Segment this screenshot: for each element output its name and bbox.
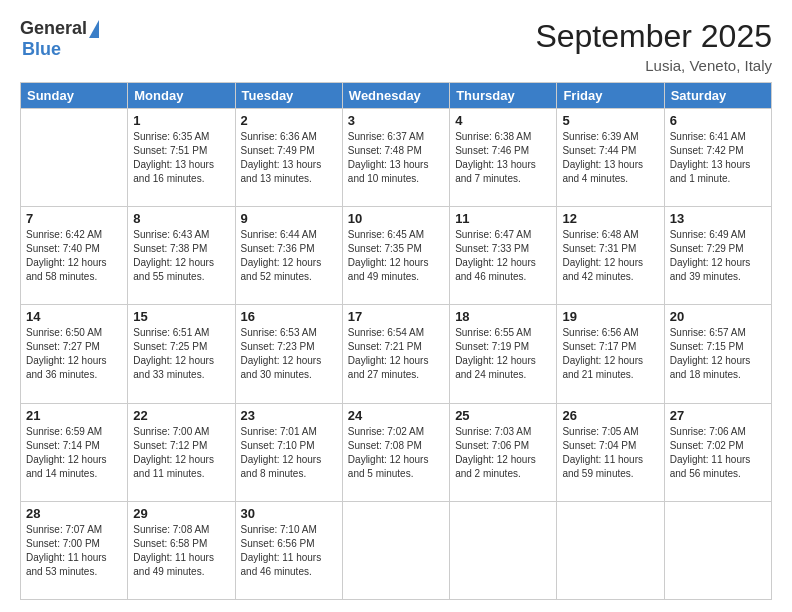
logo-triangle-icon — [89, 20, 99, 38]
day-number: 5 — [562, 113, 658, 128]
day-info: Sunrise: 7:03 AMSunset: 7:06 PMDaylight:… — [455, 425, 551, 481]
day-info: Sunrise: 7:10 AMSunset: 6:56 PMDaylight:… — [241, 523, 337, 579]
day-info: Sunrise: 7:00 AMSunset: 7:12 PMDaylight:… — [133, 425, 229, 481]
week-row-2: 7Sunrise: 6:42 AMSunset: 7:40 PMDaylight… — [21, 207, 772, 305]
day-info: Sunrise: 7:01 AMSunset: 7:10 PMDaylight:… — [241, 425, 337, 481]
day-cell: 9Sunrise: 6:44 AMSunset: 7:36 PMDaylight… — [235, 207, 342, 305]
day-info: Sunrise: 6:45 AMSunset: 7:35 PMDaylight:… — [348, 228, 444, 284]
week-row-3: 14Sunrise: 6:50 AMSunset: 7:27 PMDayligh… — [21, 305, 772, 403]
day-cell: 4Sunrise: 6:38 AMSunset: 7:46 PMDaylight… — [450, 109, 557, 207]
day-cell: 11Sunrise: 6:47 AMSunset: 7:33 PMDayligh… — [450, 207, 557, 305]
page-title: September 2025 — [535, 18, 772, 55]
day-cell: 2Sunrise: 6:36 AMSunset: 7:49 PMDaylight… — [235, 109, 342, 207]
day-info: Sunrise: 6:36 AMSunset: 7:49 PMDaylight:… — [241, 130, 337, 186]
day-info: Sunrise: 6:48 AMSunset: 7:31 PMDaylight:… — [562, 228, 658, 284]
day-number: 30 — [241, 506, 337, 521]
day-info: Sunrise: 6:39 AMSunset: 7:44 PMDaylight:… — [562, 130, 658, 186]
day-number: 18 — [455, 309, 551, 324]
day-number: 13 — [670, 211, 766, 226]
day-number: 4 — [455, 113, 551, 128]
week-row-5: 28Sunrise: 7:07 AMSunset: 7:00 PMDayligh… — [21, 501, 772, 599]
day-number: 24 — [348, 408, 444, 423]
day-number: 16 — [241, 309, 337, 324]
day-cell: 20Sunrise: 6:57 AMSunset: 7:15 PMDayligh… — [664, 305, 771, 403]
calendar: SundayMondayTuesdayWednesdayThursdayFrid… — [20, 82, 772, 600]
day-number: 27 — [670, 408, 766, 423]
day-number: 17 — [348, 309, 444, 324]
day-number: 25 — [455, 408, 551, 423]
day-info: Sunrise: 6:41 AMSunset: 7:42 PMDaylight:… — [670, 130, 766, 186]
day-number: 26 — [562, 408, 658, 423]
day-number: 29 — [133, 506, 229, 521]
weekday-header-thursday: Thursday — [450, 83, 557, 109]
weekday-header-row: SundayMondayTuesdayWednesdayThursdayFrid… — [21, 83, 772, 109]
day-info: Sunrise: 6:42 AMSunset: 7:40 PMDaylight:… — [26, 228, 122, 284]
page: General Blue September 2025 Lusia, Venet… — [0, 0, 792, 612]
day-number: 3 — [348, 113, 444, 128]
day-number: 10 — [348, 211, 444, 226]
day-info: Sunrise: 6:44 AMSunset: 7:36 PMDaylight:… — [241, 228, 337, 284]
day-cell: 12Sunrise: 6:48 AMSunset: 7:31 PMDayligh… — [557, 207, 664, 305]
day-cell: 24Sunrise: 7:02 AMSunset: 7:08 PMDayligh… — [342, 403, 449, 501]
day-info: Sunrise: 6:56 AMSunset: 7:17 PMDaylight:… — [562, 326, 658, 382]
day-cell: 13Sunrise: 6:49 AMSunset: 7:29 PMDayligh… — [664, 207, 771, 305]
day-info: Sunrise: 6:50 AMSunset: 7:27 PMDaylight:… — [26, 326, 122, 382]
day-number: 8 — [133, 211, 229, 226]
page-subtitle: Lusia, Veneto, Italy — [535, 57, 772, 74]
weekday-header-wednesday: Wednesday — [342, 83, 449, 109]
day-info: Sunrise: 6:49 AMSunset: 7:29 PMDaylight:… — [670, 228, 766, 284]
day-info: Sunrise: 6:54 AMSunset: 7:21 PMDaylight:… — [348, 326, 444, 382]
day-number: 11 — [455, 211, 551, 226]
day-cell — [664, 501, 771, 599]
day-number: 6 — [670, 113, 766, 128]
logo-general-text: General — [20, 18, 87, 39]
day-cell: 5Sunrise: 6:39 AMSunset: 7:44 PMDaylight… — [557, 109, 664, 207]
day-cell: 21Sunrise: 6:59 AMSunset: 7:14 PMDayligh… — [21, 403, 128, 501]
day-number: 9 — [241, 211, 337, 226]
day-number: 15 — [133, 309, 229, 324]
day-number: 21 — [26, 408, 122, 423]
day-number: 12 — [562, 211, 658, 226]
day-info: Sunrise: 7:08 AMSunset: 6:58 PMDaylight:… — [133, 523, 229, 579]
day-info: Sunrise: 7:02 AMSunset: 7:08 PMDaylight:… — [348, 425, 444, 481]
day-cell: 23Sunrise: 7:01 AMSunset: 7:10 PMDayligh… — [235, 403, 342, 501]
day-number: 23 — [241, 408, 337, 423]
day-info: Sunrise: 6:47 AMSunset: 7:33 PMDaylight:… — [455, 228, 551, 284]
day-info: Sunrise: 7:05 AMSunset: 7:04 PMDaylight:… — [562, 425, 658, 481]
day-cell: 6Sunrise: 6:41 AMSunset: 7:42 PMDaylight… — [664, 109, 771, 207]
day-cell: 26Sunrise: 7:05 AMSunset: 7:04 PMDayligh… — [557, 403, 664, 501]
day-info: Sunrise: 6:38 AMSunset: 7:46 PMDaylight:… — [455, 130, 551, 186]
day-cell: 3Sunrise: 6:37 AMSunset: 7:48 PMDaylight… — [342, 109, 449, 207]
day-cell: 28Sunrise: 7:07 AMSunset: 7:00 PMDayligh… — [21, 501, 128, 599]
day-cell: 10Sunrise: 6:45 AMSunset: 7:35 PMDayligh… — [342, 207, 449, 305]
day-cell — [342, 501, 449, 599]
day-info: Sunrise: 6:43 AMSunset: 7:38 PMDaylight:… — [133, 228, 229, 284]
day-cell: 19Sunrise: 6:56 AMSunset: 7:17 PMDayligh… — [557, 305, 664, 403]
day-info: Sunrise: 7:06 AMSunset: 7:02 PMDaylight:… — [670, 425, 766, 481]
day-cell: 8Sunrise: 6:43 AMSunset: 7:38 PMDaylight… — [128, 207, 235, 305]
weekday-header-sunday: Sunday — [21, 83, 128, 109]
day-info: Sunrise: 6:35 AMSunset: 7:51 PMDaylight:… — [133, 130, 229, 186]
day-cell — [557, 501, 664, 599]
day-cell: 7Sunrise: 6:42 AMSunset: 7:40 PMDaylight… — [21, 207, 128, 305]
day-number: 7 — [26, 211, 122, 226]
week-row-1: 1Sunrise: 6:35 AMSunset: 7:51 PMDaylight… — [21, 109, 772, 207]
day-cell: 25Sunrise: 7:03 AMSunset: 7:06 PMDayligh… — [450, 403, 557, 501]
day-cell: 17Sunrise: 6:54 AMSunset: 7:21 PMDayligh… — [342, 305, 449, 403]
header: General Blue September 2025 Lusia, Venet… — [20, 18, 772, 74]
day-cell: 18Sunrise: 6:55 AMSunset: 7:19 PMDayligh… — [450, 305, 557, 403]
day-cell: 27Sunrise: 7:06 AMSunset: 7:02 PMDayligh… — [664, 403, 771, 501]
title-block: September 2025 Lusia, Veneto, Italy — [535, 18, 772, 74]
day-cell: 22Sunrise: 7:00 AMSunset: 7:12 PMDayligh… — [128, 403, 235, 501]
day-cell: 29Sunrise: 7:08 AMSunset: 6:58 PMDayligh… — [128, 501, 235, 599]
day-info: Sunrise: 6:55 AMSunset: 7:19 PMDaylight:… — [455, 326, 551, 382]
weekday-header-monday: Monday — [128, 83, 235, 109]
day-info: Sunrise: 6:51 AMSunset: 7:25 PMDaylight:… — [133, 326, 229, 382]
day-info: Sunrise: 6:37 AMSunset: 7:48 PMDaylight:… — [348, 130, 444, 186]
day-number: 1 — [133, 113, 229, 128]
day-info: Sunrise: 6:57 AMSunset: 7:15 PMDaylight:… — [670, 326, 766, 382]
weekday-header-tuesday: Tuesday — [235, 83, 342, 109]
day-info: Sunrise: 6:59 AMSunset: 7:14 PMDaylight:… — [26, 425, 122, 481]
day-number: 20 — [670, 309, 766, 324]
day-number: 2 — [241, 113, 337, 128]
